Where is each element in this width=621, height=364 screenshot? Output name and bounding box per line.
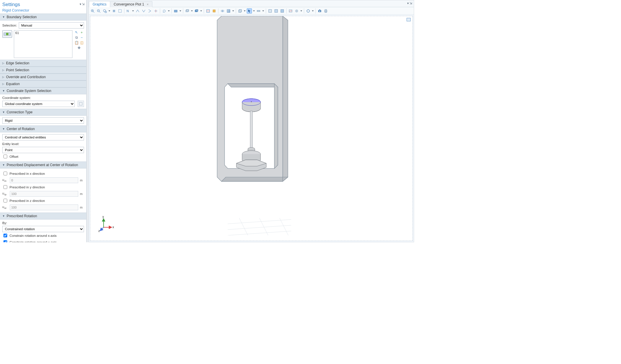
paste-selection-icon[interactable]: 📋 (74, 41, 78, 45)
graphics-tabs: Graphics Convergence Plot 1 × ▾ ⇲ (89, 0, 414, 7)
transparency-icon[interactable] (173, 8, 178, 14)
tab-graphics[interactable]: Graphics (89, 1, 110, 7)
mesh-render-dropdown[interactable] (232, 10, 234, 12)
select-mode-dropdown[interactable] (253, 10, 255, 12)
zoom-box-dropdown[interactable] (108, 10, 111, 12)
select-mode-icon[interactable] (247, 8, 252, 14)
svg-point-57 (251, 102, 252, 102)
toggle-selection-icon[interactable]: ↖ (74, 30, 78, 34)
entity-level-select[interactable]: Point (2, 147, 84, 153)
view-edge-icon[interactable] (280, 8, 285, 14)
svg-rect-44 (319, 10, 320, 10)
selection-mode-select[interactable]: Manual (19, 22, 84, 29)
selection-preview-icon[interactable] (2, 30, 12, 38)
zoom-extents-icon[interactable] (111, 8, 117, 14)
align-axis-icon[interactable] (153, 8, 158, 14)
svg-rect-59 (250, 111, 252, 149)
svg-rect-15 (186, 10, 188, 12)
section-prescribed-rotation[interactable]: ▼ Prescribed Rotation (0, 213, 86, 219)
zoom-in-icon[interactable] (90, 8, 95, 14)
section-connection-type[interactable]: ▼ Connection Type (0, 109, 86, 116)
view-boundary-icon[interactable] (274, 8, 279, 14)
scene-light-icon[interactable] (194, 8, 199, 14)
preferences-icon[interactable] (306, 8, 311, 14)
remove-selection-icon[interactable]: − (80, 35, 84, 40)
measure-icon[interactable] (256, 8, 261, 14)
section-override-contribution[interactable]: ▷ Override and Contribution (0, 74, 86, 80)
zoom-box-icon[interactable] (102, 8, 107, 14)
zoom-out-icon[interactable] (96, 8, 101, 14)
add-selection-icon[interactable]: ＋ (80, 30, 84, 34)
section-center-rotation[interactable]: ▼ Center of Rotation (0, 125, 86, 132)
show-selection-icon[interactable] (220, 8, 225, 14)
section-equation[interactable]: ▷ Equation (0, 80, 86, 87)
transparency-dropdown[interactable] (179, 10, 182, 12)
u0x-input[interactable] (10, 177, 78, 183)
zoom-selected-icon[interactable] (117, 8, 123, 14)
panel-pin-icon[interactable]: ⇲ (82, 2, 85, 6)
plot-icon[interactable] (288, 8, 293, 14)
section-coord-sys[interactable]: ▼ Coordinate System Selection (0, 87, 86, 94)
preferences-dropdown[interactable] (312, 10, 314, 12)
u0z-input[interactable] (10, 204, 78, 210)
go-to-xy-icon[interactable] (126, 8, 131, 14)
svg-rect-21 (213, 10, 215, 12)
prescribed-x-checkbox[interactable] (3, 172, 7, 175)
graphics-panel: Graphics Convergence Plot 1 × ▾ ⇲ (89, 0, 414, 242)
tab-pin-icon[interactable]: ⇲ (409, 1, 412, 5)
clip-icon[interactable] (205, 8, 211, 14)
measure-dropdown[interactable] (262, 10, 264, 12)
go-to-zx-icon[interactable] (147, 8, 152, 14)
scene-light-dropdown[interactable] (200, 10, 202, 12)
selection-list[interactable]: 61 (14, 30, 72, 58)
plot-settings-dropdown[interactable] (300, 10, 302, 12)
rotate-dropdown[interactable] (168, 10, 170, 12)
constrain-y-checkbox[interactable] (3, 240, 7, 242)
svg-marker-55 (274, 84, 278, 168)
zoom-selection-icon[interactable]: ✥ (77, 46, 81, 50)
hide-icon[interactable] (212, 8, 217, 14)
center-rotation-select[interactable]: Centroid of selected entities (2, 134, 84, 140)
constrain-x-checkbox[interactable] (3, 234, 7, 237)
go-to-yz-icon[interactable] (141, 8, 146, 14)
prescribed-y-checkbox[interactable] (3, 185, 7, 189)
offset-checkbox[interactable] (3, 155, 7, 158)
chevron-down-icon: ▼ (2, 127, 5, 130)
go-to-default-icon[interactable] (135, 8, 140, 14)
prescribed-z-checkbox[interactable] (3, 199, 7, 202)
section-prescribed-displacement[interactable]: ▼ Prescribed Displacement at Center of R… (0, 162, 86, 168)
copy-image-dropdown[interactable] (244, 10, 246, 12)
section-point-selection[interactable]: ▷ Point Selection (0, 67, 86, 74)
svg-point-23 (222, 10, 223, 11)
rotation-by-select[interactable]: Constrained rotation (2, 226, 84, 232)
section-edge-selection[interactable]: ▷ Edge Selection (0, 60, 86, 67)
tab-convergence-plot[interactable]: Convergence Plot 1 × (110, 1, 152, 7)
close-tab-icon[interactable]: × (147, 3, 149, 6)
copy-selection-icon[interactable]: ⧉ (74, 35, 78, 40)
u0y-input[interactable] (10, 191, 78, 197)
tab-menu-icon[interactable]: ▾ (407, 1, 409, 5)
print-icon[interactable] (323, 8, 328, 14)
graphics-canvas[interactable]: x y z (89, 15, 414, 242)
view-label-icon[interactable] (407, 18, 411, 21)
mesh-render-icon[interactable] (226, 8, 231, 14)
copy-image-icon[interactable] (237, 8, 243, 14)
chevron-down-icon: ▼ (2, 215, 5, 217)
plot-settings-icon[interactable] (294, 8, 299, 14)
activate-selection-icon[interactable]: ◫ (80, 41, 84, 45)
svg-rect-18 (196, 10, 198, 11)
view-domain-icon[interactable] (268, 8, 273, 14)
snapshot-icon[interactable] (317, 8, 322, 14)
panel-splitter[interactable] (87, 0, 89, 242)
coord-sys-goto-button[interactable] (78, 101, 84, 107)
connection-type-select[interactable]: Rigid (2, 117, 84, 124)
wireframe-dropdown[interactable] (191, 10, 193, 12)
selection-item[interactable]: 61 (15, 31, 71, 35)
go-to-xy-dropdown[interactable] (132, 10, 134, 12)
section-boundary-selection[interactable]: ▼ Boundary Selection (0, 14, 86, 20)
svg-rect-47 (325, 10, 327, 10)
rotate-icon[interactable] (162, 8, 167, 14)
wireframe-icon[interactable] (185, 8, 190, 14)
coord-sys-select[interactable]: Global coordinate system (2, 101, 75, 107)
panel-menu-icon[interactable]: ▾ (80, 2, 81, 6)
